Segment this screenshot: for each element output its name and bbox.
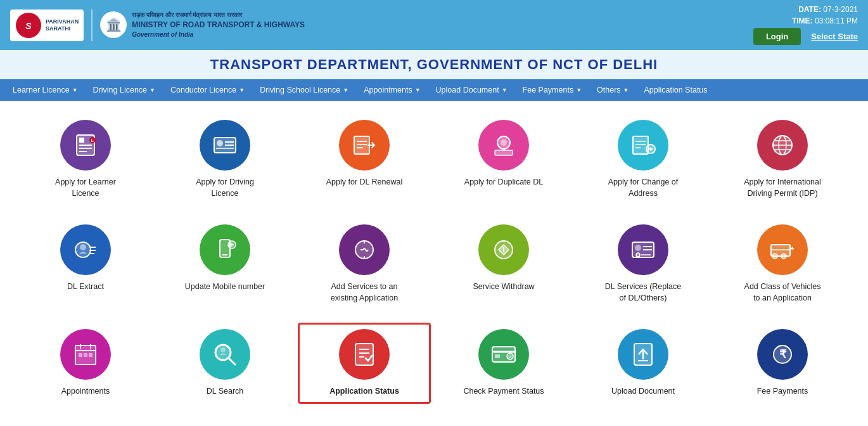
grid-item-1[interactable]: Apply for Driving Licence [158,113,291,205]
dropdown-arrow-icon: ▼ [502,87,507,93]
login-button[interactable]: Login [753,28,801,45]
grid-item-0[interactable]: L Apply for Learner Licence [19,113,152,205]
nav-item-fee-payments[interactable]: Fee Payments ▼ [515,79,590,101]
service-label-16: Upload Document [611,386,675,397]
service-icon-14 [339,329,390,380]
svg-point-52 [772,254,777,259]
service-label-12: Appointments [61,386,110,397]
main-nav: Learner Licence ▼Driving Licence ▼Conduc… [0,79,868,101]
svg-rect-61 [79,353,82,357]
service-icon-16 [618,329,668,380]
grid-item-2[interactable]: Apply for DL Renewal [298,113,431,205]
ministry-line1: सड़क परिवहन और राजमार्ग मंत्रालय भारत सर… [132,11,305,20]
service-icon-13 [200,329,250,380]
grid-item-14[interactable]: Application Status [298,323,431,404]
select-state-link[interactable]: Select State [811,32,858,41]
grid-item-13[interactable]: DL Search [158,323,291,404]
svg-point-40 [355,241,373,259]
service-icon-3 [478,120,529,171]
ministry-line3: Government of India [132,30,305,39]
dropdown-arrow-icon: ▼ [343,87,348,93]
service-label-1: Apply for Driving Licence [184,177,266,199]
date-label: DATE: [798,5,821,14]
svg-rect-62 [84,353,87,357]
sarathi-logo-icon: S [15,12,42,39]
svg-text:S: S [25,21,32,31]
service-icon-12 [60,329,111,380]
header-divider [91,10,93,41]
service-label-15: Check Payment Status [463,386,544,397]
nav-item-driving-licence[interactable]: Driving Licence ▼ [86,79,163,101]
service-icon-15: ✓ [478,329,529,380]
time-value: 03:08:11 PM [815,16,858,25]
dropdown-arrow-icon: ▼ [576,87,582,93]
ministry-logo: 🏛️ सड़क परिवहन और राजमार्ग मंत्रालय भारत… [100,11,305,39]
grid-item-5[interactable]: Apply for International Driving Permit (… [716,113,849,205]
svg-text:L: L [91,138,94,143]
service-label-10: DL Services (Replace of DL/Others) [602,281,684,304]
svg-rect-73 [495,354,500,358]
service-icon-4 [618,120,668,171]
nav-item-others[interactable]: Others ▼ [589,79,636,101]
grid-item-9[interactable]: Service Withdraw [437,218,570,310]
grid-item-12[interactable]: Appointments [19,323,152,404]
time-label: TIME: [792,16,813,25]
nav-item-learner-licence[interactable]: Learner Licence ▼ [5,79,86,101]
svg-rect-21 [633,136,648,154]
service-icon-5 [757,120,808,171]
nav-item-application-status[interactable]: Application Status [637,79,715,101]
services-grid: L Apply for Learner Licence Apply for Dr… [0,101,868,416]
svg-point-53 [781,254,786,259]
service-icon-6 [60,224,111,275]
dropdown-arrow-icon: ▼ [150,87,155,93]
service-label-7: Update Mobile number [185,281,265,293]
service-icon-1 [200,120,250,171]
dropdown-arrow-icon: ▼ [623,87,629,93]
svg-point-19 [501,139,507,146]
service-label-4: Apply for Change of Address [602,177,684,199]
service-label-2: Apply for DL Renewal [326,177,402,188]
grid-item-17[interactable]: ₹ Fee Payments [716,323,849,404]
sarathi-logo: S PARIVAHAN SARATHI [10,10,84,41]
grid-item-6[interactable]: DL Extract [19,218,152,310]
grid-item-16[interactable]: Upload Document [577,323,710,404]
ministry-emblem-icon: 🏛️ [100,11,127,38]
nav-item-upload-document[interactable]: Upload Document ▼ [428,79,515,101]
service-label-6: DL Extract [67,281,104,293]
svg-point-34 [80,244,86,250]
service-icon-0: L [60,120,111,171]
svg-rect-20 [495,150,513,155]
parivahan-label: PARIVAHAN [46,18,79,25]
grid-item-10[interactable]: DL Services (Replace of DL/Others) [577,218,710,310]
grid-item-11[interactable]: Add Class of Vehicles to an Application [716,218,849,310]
service-icon-7 [200,224,250,275]
service-icon-10 [618,224,668,275]
service-icon-8 [339,224,390,275]
service-label-3: Apply for Duplicate DL [464,177,543,188]
grid-item-15[interactable]: ✓ Check Payment Status [437,323,570,404]
nav-item-conductor-licence[interactable]: Conductor Licence ▼ [163,79,252,101]
grid-item-4[interactable]: Apply for Change of Address [577,113,710,205]
nav-item-driving-school-licence[interactable]: Driving School Licence ▼ [252,79,356,101]
svg-rect-3 [79,138,84,143]
grid-item-7[interactable]: Update Mobile number [158,218,291,310]
dropdown-arrow-icon: ▼ [72,87,78,93]
nav-item-appointments[interactable]: Appointments ▼ [356,79,428,101]
sarathi-label: SARATHI [46,25,79,32]
svg-text:₹: ₹ [779,348,787,361]
header-actions: Login Select State [753,28,858,45]
service-label-8: Add Services to an existing Application [323,281,405,304]
service-label-17: Fee Payments [757,386,808,397]
ministry-text: सड़क परिवहन और राजमार्ग मंत्रालय भारत सर… [132,11,305,39]
dropdown-arrow-icon: ▼ [239,87,245,93]
grid-item-8[interactable]: Add Services to an existing Application [298,218,431,310]
header-right: DATE: 07-3-2021 TIME: 03:08:11 PM Login … [753,5,858,45]
service-icon-11 [757,224,808,275]
grid-item-3[interactable]: Apply for Duplicate DL [437,113,570,205]
service-label-0: Apply for Learner Licence [44,177,127,199]
svg-point-49 [636,253,640,257]
dropdown-arrow-icon: ▼ [415,87,421,93]
time-display: TIME: 03:08:11 PM [792,16,858,25]
header: S PARIVAHAN SARATHI 🏛️ सड़क परिवहन और रा… [0,0,868,50]
service-icon-2 [339,120,390,171]
